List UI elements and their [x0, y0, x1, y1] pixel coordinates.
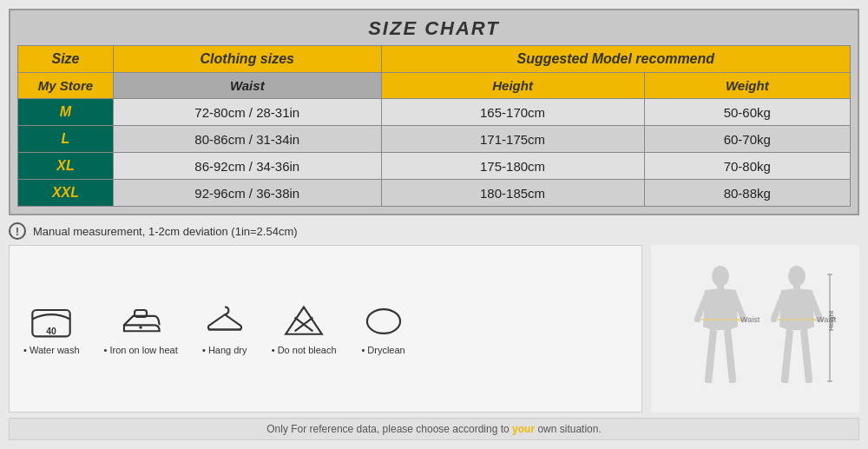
- height-cell: 171-175cm: [381, 126, 644, 153]
- weight-cell: 70-80kg: [644, 153, 850, 180]
- iron-icon: [118, 302, 163, 340]
- reference-after: own situation.: [535, 423, 602, 435]
- size-cell: XXL: [18, 180, 114, 207]
- hang-dry-icon: [202, 302, 247, 340]
- care-hang-dry: • Hang dry: [202, 302, 247, 355]
- waist-cell: 86-92cm / 34-36in: [114, 153, 382, 180]
- measurement-note: ! Manual measurement, 1-2cm deviation (1…: [9, 222, 859, 240]
- col-height-subheader: Height: [381, 73, 644, 99]
- no-bleach-icon: [281, 302, 326, 340]
- no-bleach-label: • Do not bleach: [272, 345, 337, 355]
- weight-cell: 80-88kg: [644, 180, 850, 207]
- care-iron: • Iron on low heat: [104, 302, 178, 355]
- care-water-wash: 40 • Water wash: [23, 302, 80, 355]
- weight-cell: 60-70kg: [644, 126, 850, 153]
- svg-point-7: [366, 309, 399, 333]
- main-container: SIZE CHART Size Clothing sizes Suggested…: [0, 0, 868, 449]
- figure-svg: Waist: [660, 261, 851, 396]
- care-section: 40 • Water wash: [9, 245, 642, 413]
- waist-cell: 92-96cm / 36-38in: [114, 180, 382, 207]
- svg-point-8: [712, 266, 729, 287]
- dryclean-icon: [361, 302, 406, 340]
- size-cell: L: [18, 126, 114, 153]
- water-wash-label: • Water wash: [23, 345, 80, 355]
- size-cell: M: [18, 99, 114, 126]
- height-cell: 175-180cm: [381, 153, 644, 180]
- svg-text:Waist: Waist: [740, 315, 760, 324]
- col-mystore-subheader: My Store: [18, 73, 114, 99]
- size-chart-title: SIZE CHART: [17, 17, 851, 40]
- height-cell: 180-185cm: [381, 180, 644, 207]
- size-chart-section: SIZE CHART Size Clothing sizes Suggested…: [9, 9, 859, 215]
- weight-cell: 50-60kg: [644, 99, 850, 126]
- svg-point-12: [788, 266, 806, 287]
- figure-section: Waist: [651, 245, 859, 413]
- dryclean-label: • Dryclean: [361, 345, 404, 355]
- measurement-text: Manual measurement, 1-2cm deviation (1in…: [33, 225, 298, 238]
- care-no-bleach: • Do not bleach: [272, 302, 337, 355]
- height-cell: 165-170cm: [381, 99, 644, 126]
- svg-point-3: [139, 326, 141, 328]
- table-row: XXL92-96cm / 36-38in180-185cm80-88kg: [18, 180, 851, 207]
- care-dryclean: • Dryclean: [361, 302, 406, 355]
- waist-cell: 72-80cm / 28-31in: [114, 99, 382, 126]
- iron-label: • Iron on low heat: [104, 345, 178, 355]
- col-waist-subheader: Waist: [114, 73, 382, 99]
- col-clothing-header: Clothing sizes: [114, 46, 382, 73]
- table-row: L80-86cm / 31-34in171-175cm60-70kg: [18, 126, 851, 153]
- reference-highlight: your: [512, 423, 535, 435]
- size-cell: XL: [18, 153, 114, 180]
- svg-text:Height: Height: [827, 310, 835, 331]
- svg-text:40: 40: [47, 327, 57, 336]
- table-row: XL86-92cm / 34-36in175-180cm70-80kg: [18, 153, 851, 180]
- size-table: Size Clothing sizes Suggested Model reco…: [17, 45, 851, 207]
- bottom-section: ! Manual measurement, 1-2cm deviation (1…: [9, 222, 859, 440]
- info-icon: !: [9, 222, 26, 240]
- col-model-header: Suggested Model recommend: [381, 46, 850, 73]
- hang-dry-label: • Hang dry: [202, 345, 247, 355]
- care-and-figure: 40 • Water wash: [9, 245, 859, 413]
- reference-before: Only For reference data, please choose a…: [266, 423, 512, 435]
- col-size-header: Size: [18, 46, 114, 73]
- wash-icon: 40: [29, 302, 74, 340]
- col-weight-subheader: Weight: [644, 73, 850, 99]
- table-row: M72-80cm / 28-31in165-170cm50-60kg: [18, 99, 851, 126]
- waist-cell: 80-86cm / 31-34in: [114, 126, 382, 153]
- reference-note: Only For reference data, please choose a…: [9, 418, 859, 440]
